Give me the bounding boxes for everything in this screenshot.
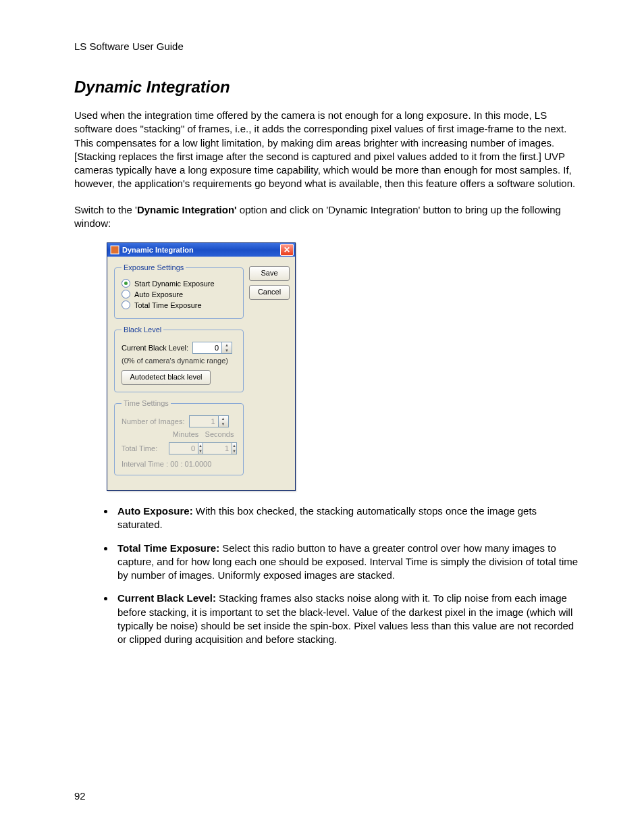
close-icon: ✕ — [284, 246, 290, 254]
minutes-stepper: ▲▼ — [169, 442, 203, 454]
radio-start-dynamic[interactable]: Start Dynamic Exposure — [122, 279, 238, 288]
chevron-up-icon: ▲ — [222, 342, 232, 348]
black-legend: Black Level — [122, 325, 163, 334]
chevron-down-icon: ▼ — [219, 421, 228, 427]
exposure-settings-group: Exposure Settings Start Dynamic Exposure… — [114, 263, 244, 319]
section-title: Dynamic Integration — [74, 78, 583, 97]
page-header: LS Software User Guide — [74, 41, 583, 52]
interval-time-label: Interval Time : 00 : 01.0000 — [122, 460, 238, 468]
radio-icon — [122, 290, 130, 298]
cancel-button[interactable]: Cancel — [249, 285, 290, 300]
bullet-term: Current Black Level: — [117, 592, 216, 604]
bullet-term: Total Time Exposure: — [117, 542, 219, 554]
num-images-input — [189, 415, 218, 427]
radio-start-label: Start Dynamic Exposure — [134, 280, 215, 288]
para2-pre: Switch to the ' — [74, 204, 137, 215]
save-button[interactable]: Save — [249, 266, 290, 281]
app-icon — [110, 245, 119, 255]
close-button[interactable]: ✕ — [280, 244, 294, 256]
radio-total-label: Total Time Exposure — [134, 301, 202, 309]
svg-rect-0 — [111, 246, 119, 254]
autodetect-button[interactable]: Autodetect black level — [122, 370, 211, 385]
num-images-stepper: ▲▼ — [189, 415, 229, 427]
dynamic-integration-dialog: Dynamic Integration ✕ Exposure Settings … — [107, 242, 296, 491]
minutes-input — [169, 442, 198, 454]
seconds-stepper: ▲▼ — [203, 442, 236, 454]
time-legend: Time Settings — [122, 399, 171, 407]
para2-bold: Dynamic Integration' — [137, 204, 237, 215]
radio-icon — [122, 301, 130, 309]
page-number: 92 — [74, 790, 86, 802]
bullet-term: Auto Exposure: — [117, 505, 193, 517]
list-item: Auto Exposure: With this box checked, th… — [115, 504, 583, 532]
intro-paragraph-2: Switch to the 'Dynamic Integration' opti… — [74, 203, 583, 231]
chevron-up-icon: ▲ — [232, 443, 236, 448]
intro-paragraph-1: Used when the integration time offered b… — [74, 109, 583, 191]
dialog-title: Dynamic Integration — [122, 246, 280, 254]
chevron-down-icon: ▼ — [232, 448, 236, 454]
radio-icon — [122, 279, 130, 288]
stepper-buttons: ▲▼ — [218, 415, 229, 427]
black-level-input[interactable] — [192, 342, 221, 354]
current-black-label: Current Black Level: — [122, 344, 188, 352]
black-level-stepper[interactable]: ▲▼ — [192, 342, 232, 354]
black-level-hint: (0% of camera's dynamic range) — [122, 357, 238, 365]
list-item: Current Black Level: Stacking frames als… — [115, 592, 583, 646]
radio-auto-exposure[interactable]: Auto Exposure — [122, 290, 238, 298]
black-level-group: Black Level Current Black Level: ▲▼ (0% … — [114, 325, 244, 392]
seconds-header: Seconds — [203, 430, 236, 438]
minutes-header: Minutes — [169, 430, 203, 438]
stepper-buttons: ▲▼ — [232, 442, 237, 454]
num-images-label: Number of Images: — [122, 417, 185, 425]
list-item: Total Time Exposure: Select this radio b… — [115, 542, 583, 583]
time-settings-group: Time Settings Number of Images: ▲▼ Minut… — [114, 399, 244, 475]
seconds-input — [203, 442, 232, 454]
radio-total-time[interactable]: Total Time Exposure — [122, 301, 238, 309]
total-time-label: Total Time: — [122, 444, 169, 452]
radio-auto-label: Auto Exposure — [134, 290, 183, 298]
dialog-titlebar[interactable]: Dynamic Integration ✕ — [107, 243, 295, 257]
definitions-list: Auto Exposure: With this box checked, th… — [74, 504, 583, 646]
chevron-down-icon: ▼ — [222, 348, 232, 353]
exposure-legend: Exposure Settings — [122, 263, 186, 271]
chevron-up-icon: ▲ — [219, 416, 228, 421]
stepper-buttons[interactable]: ▲▼ — [221, 342, 232, 354]
